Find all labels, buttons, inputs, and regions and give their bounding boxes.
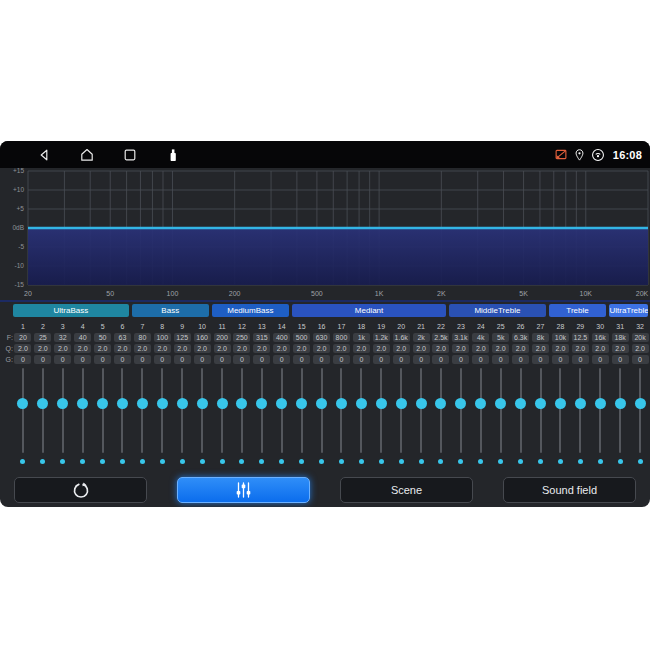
band-slider-12[interactable] xyxy=(232,365,252,471)
slider-track[interactable] xyxy=(440,368,442,453)
slider-knob[interactable] xyxy=(296,398,307,409)
band-slider-1[interactable] xyxy=(13,365,33,471)
slider-knob[interactable] xyxy=(236,398,247,409)
slider-knob[interactable] xyxy=(475,398,486,409)
band-slider-20[interactable] xyxy=(391,365,411,471)
slider-track[interactable] xyxy=(201,368,203,453)
slider-knob[interactable] xyxy=(495,398,506,409)
band-slider-5[interactable] xyxy=(93,365,113,471)
band-slider-11[interactable] xyxy=(212,365,232,471)
slider-knob[interactable] xyxy=(635,398,646,409)
back-icon[interactable] xyxy=(36,147,52,163)
slider-track[interactable] xyxy=(42,368,44,453)
band-slider-24[interactable] xyxy=(471,365,491,471)
slider-knob[interactable] xyxy=(396,398,407,409)
slider-track[interactable] xyxy=(579,368,581,453)
slider-track[interactable] xyxy=(301,368,303,453)
band-slider-19[interactable] xyxy=(371,365,391,471)
slider-track[interactable] xyxy=(520,368,522,453)
band-slider-14[interactable] xyxy=(272,365,292,471)
slider-knob[interactable] xyxy=(515,398,526,409)
scene-button[interactable]: Scene xyxy=(340,477,473,503)
slider-track[interactable] xyxy=(639,368,641,453)
slider-knob[interactable] xyxy=(575,398,586,409)
slider-knob[interactable] xyxy=(137,398,148,409)
slider-track[interactable] xyxy=(121,368,123,453)
slider-track[interactable] xyxy=(480,368,482,453)
reset-button[interactable] xyxy=(14,477,147,503)
slider-knob[interactable] xyxy=(555,398,566,409)
band-slider-17[interactable] xyxy=(332,365,352,471)
band-slider-6[interactable] xyxy=(113,365,133,471)
slider-track[interactable] xyxy=(22,368,24,453)
slider-knob[interactable] xyxy=(157,398,168,409)
band-slider-28[interactable] xyxy=(550,365,570,471)
band-slider-9[interactable] xyxy=(172,365,192,471)
band-slider-29[interactable] xyxy=(570,365,590,471)
band-slider-2[interactable] xyxy=(33,365,53,471)
slider-track[interactable] xyxy=(540,368,542,453)
slider-track[interactable] xyxy=(161,368,163,453)
slider-track[interactable] xyxy=(360,368,362,453)
band-slider-8[interactable] xyxy=(152,365,172,471)
slider-knob[interactable] xyxy=(416,398,427,409)
band-slider-13[interactable] xyxy=(252,365,272,471)
slider-track[interactable] xyxy=(619,368,621,453)
band-slider-15[interactable] xyxy=(292,365,312,471)
slider-knob[interactable] xyxy=(276,398,287,409)
slider-knob[interactable] xyxy=(77,398,88,409)
band-slider-23[interactable] xyxy=(451,365,471,471)
slider-knob[interactable] xyxy=(177,398,188,409)
slider-track[interactable] xyxy=(559,368,561,453)
slider-track[interactable] xyxy=(102,368,104,453)
slider-track[interactable] xyxy=(221,368,223,453)
sound-field-button[interactable]: Sound field xyxy=(503,477,636,503)
slider-track[interactable] xyxy=(141,368,143,453)
slider-track[interactable] xyxy=(420,368,422,453)
band-slider-25[interactable] xyxy=(491,365,511,471)
slider-knob[interactable] xyxy=(57,398,68,409)
slider-knob[interactable] xyxy=(336,398,347,409)
band-slider-22[interactable] xyxy=(431,365,451,471)
slider-knob[interactable] xyxy=(97,398,108,409)
slider-track[interactable] xyxy=(181,368,183,453)
band-slider-21[interactable] xyxy=(411,365,431,471)
band-slider-16[interactable] xyxy=(312,365,332,471)
slider-knob[interactable] xyxy=(316,398,327,409)
slider-track[interactable] xyxy=(500,368,502,453)
band-slider-27[interactable] xyxy=(531,365,551,471)
slider-track[interactable] xyxy=(599,368,601,453)
slider-knob[interactable] xyxy=(197,398,208,409)
band-slider-4[interactable] xyxy=(73,365,93,471)
slider-knob[interactable] xyxy=(535,398,546,409)
slider-track[interactable] xyxy=(380,368,382,453)
band-slider-32[interactable] xyxy=(630,365,650,471)
slider-track[interactable] xyxy=(82,368,84,453)
slider-knob[interactable] xyxy=(595,398,606,409)
usb-icon[interactable] xyxy=(165,146,181,164)
band-slider-3[interactable] xyxy=(53,365,73,471)
slider-knob[interactable] xyxy=(17,398,28,409)
recents-icon[interactable] xyxy=(122,147,138,163)
slider-track[interactable] xyxy=(261,368,263,453)
band-slider-31[interactable] xyxy=(610,365,630,471)
slider-knob[interactable] xyxy=(615,398,626,409)
slider-track[interactable] xyxy=(340,368,342,453)
slider-track[interactable] xyxy=(321,368,323,453)
band-slider-18[interactable] xyxy=(351,365,371,471)
slider-track[interactable] xyxy=(281,368,283,453)
slider-knob[interactable] xyxy=(37,398,48,409)
slider-knob[interactable] xyxy=(217,398,228,409)
slider-track[interactable] xyxy=(241,368,243,453)
band-slider-10[interactable] xyxy=(192,365,212,471)
slider-track[interactable] xyxy=(400,368,402,453)
home-icon[interactable] xyxy=(79,147,95,163)
slider-knob[interactable] xyxy=(376,398,387,409)
slider-knob[interactable] xyxy=(356,398,367,409)
slider-knob[interactable] xyxy=(455,398,466,409)
slider-knob[interactable] xyxy=(256,398,267,409)
slider-knob[interactable] xyxy=(435,398,446,409)
slider-knob[interactable] xyxy=(117,398,128,409)
slider-track[interactable] xyxy=(460,368,462,453)
band-slider-7[interactable] xyxy=(132,365,152,471)
